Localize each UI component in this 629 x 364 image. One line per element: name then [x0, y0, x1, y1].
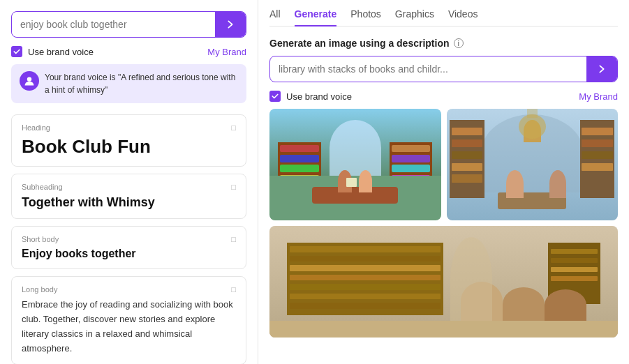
- brand-avatar-icon: [24, 75, 35, 86]
- copy-icon-subheading[interactable]: □: [231, 183, 236, 191]
- image-search-button[interactable]: [586, 56, 617, 82]
- image-result-2[interactable]: [447, 109, 619, 220]
- result-text-subheading: Together with Whimsy: [22, 195, 236, 210]
- result-label-subheading: Subheading □: [22, 183, 236, 191]
- image-result-1[interactable]: [269, 109, 441, 220]
- result-card-heading: Heading □ Book Club Fun: [11, 114, 246, 167]
- svg-point-0: [27, 77, 31, 81]
- tab-photos[interactable]: Photos: [350, 8, 381, 26]
- text-search-button[interactable]: [215, 12, 246, 37]
- brand-voice-label: Use brand voice: [28, 47, 202, 57]
- image-search-input[interactable]: library with stacks of books and childr.…: [270, 56, 586, 82]
- brand-voice-label-right: Use brand voice: [286, 91, 573, 102]
- checkmark-icon-right: [272, 93, 279, 100]
- result-label-long-body: Long body □: [22, 285, 236, 294]
- tab-graphics[interactable]: Graphics: [395, 8, 434, 26]
- result-text-long-body: Embrace the joy of reading and socializi…: [22, 298, 236, 356]
- result-card-short-body: Short body □ Enjoy books together: [11, 226, 246, 269]
- copy-icon-short-body[interactable]: □: [231, 235, 236, 243]
- arrow-right-icon: [225, 19, 236, 30]
- brand-voice-row-right: Use brand voice My Brand: [269, 91, 618, 102]
- tab-generate[interactable]: Generate: [295, 8, 337, 26]
- info-icon[interactable]: i: [454, 38, 464, 48]
- tabs-bar: All Generate Photos Graphics Videos: [269, 8, 618, 26]
- tab-all[interactable]: All: [269, 8, 281, 26]
- brand-name-right: My Brand: [579, 91, 618, 102]
- image-search-bar: library with stacks of books and childr.…: [269, 56, 618, 82]
- copy-icon-long-body[interactable]: □: [231, 285, 236, 294]
- text-search-input[interactable]: enjoy book club together: [12, 12, 215, 37]
- checkmark-icon: [13, 48, 20, 55]
- copy-icon-heading[interactable]: □: [231, 123, 236, 132]
- result-text-short-body: Enjoy books together: [22, 248, 236, 260]
- result-card-subheading: Subheading □ Together with Whimsy: [11, 174, 246, 219]
- brand-name-left: My Brand: [207, 47, 246, 57]
- brand-voice-info-text: Your brand voice is "A refined and serio…: [45, 71, 238, 96]
- brand-avatar: [20, 71, 39, 91]
- arrow-right-icon-right: [596, 63, 607, 75]
- tab-videos[interactable]: Videos: [448, 8, 478, 26]
- result-label-short-body: Short body □: [22, 235, 236, 243]
- result-card-long-body: Long body □ Embrace the joy of reading a…: [11, 276, 246, 364]
- brand-voice-info-box: Your brand voice is "A refined and serio…: [11, 64, 246, 103]
- brand-voice-checkbox-right[interactable]: [269, 91, 281, 102]
- result-text-heading: Book Club Fun: [22, 136, 236, 158]
- image-result-3[interactable]: [269, 226, 618, 338]
- brand-voice-row: Use brand voice My Brand: [11, 46, 246, 57]
- brand-voice-checkbox[interactable]: [11, 46, 22, 57]
- gen-image-title: Generate an image using a description i: [269, 38, 618, 49]
- right-panel: All Generate Photos Graphics Videos Gene…: [258, 0, 629, 364]
- text-search-bar: enjoy book club together: [11, 11, 246, 38]
- image-results-grid: [269, 109, 618, 338]
- left-panel: enjoy book club together Use brand voice…: [0, 0, 258, 364]
- result-label-heading: Heading □: [22, 123, 236, 132]
